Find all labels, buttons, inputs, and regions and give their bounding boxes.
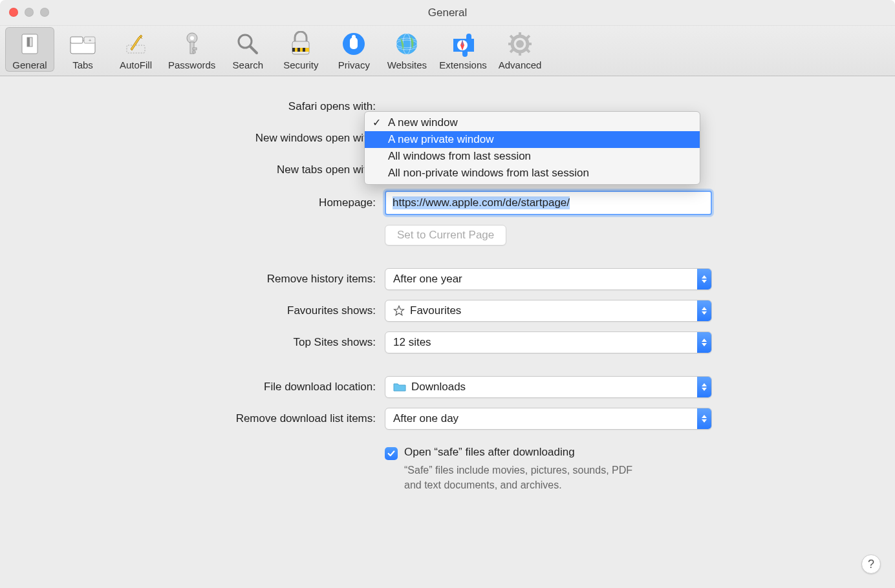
select-file-download-location[interactable]: Downloads xyxy=(385,376,712,398)
svg-line-14 xyxy=(250,47,257,53)
chevron-updown-icon xyxy=(697,332,711,353)
advanced-icon xyxy=(506,30,534,58)
tab-security-label: Security xyxy=(283,59,318,70)
tab-websites[interactable]: Websites xyxy=(382,27,431,72)
label-safari-opens-with: Safari opens with: xyxy=(26,100,385,113)
tab-advanced-label: Advanced xyxy=(499,59,542,70)
star-icon xyxy=(393,305,405,317)
checkbox-open-safe-files[interactable] xyxy=(385,447,398,460)
dropdown-option-new-window[interactable]: A new window xyxy=(365,114,700,131)
preferences-toolbar: General + Tabs AutoFill Passwords Search xyxy=(0,26,895,76)
label-remove-history: Remove history items: xyxy=(26,273,385,286)
svg-point-9 xyxy=(190,36,194,40)
websites-icon xyxy=(393,30,421,58)
svg-rect-11 xyxy=(193,48,197,50)
tab-extensions[interactable]: Extensions xyxy=(435,27,490,72)
extensions-icon xyxy=(449,30,477,58)
search-icon xyxy=(233,30,262,58)
chevron-updown-icon xyxy=(697,269,711,289)
tab-security[interactable]: Security xyxy=(276,27,325,72)
close-window-button[interactable] xyxy=(9,8,18,17)
tab-general[interactable]: General xyxy=(5,27,54,72)
privacy-icon xyxy=(340,30,368,58)
svg-rect-22 xyxy=(352,35,356,40)
window-title: General xyxy=(428,6,467,19)
select-remove-history[interactable]: After one year xyxy=(385,268,712,290)
svg-rect-2 xyxy=(27,37,30,47)
tab-tabs[interactable]: + Tabs xyxy=(58,27,107,72)
svg-point-27 xyxy=(516,40,524,48)
general-icon xyxy=(16,30,44,58)
select-top-sites-shows-value: 12 sites xyxy=(393,336,431,349)
tab-websites-label: Websites xyxy=(387,59,427,70)
label-favourites-shows: Favourites shows: xyxy=(26,304,385,317)
autofill-icon xyxy=(122,30,150,58)
svg-rect-18 xyxy=(297,48,300,52)
label-remove-download-list: Remove download list items: xyxy=(26,412,385,425)
tab-search-label: Search xyxy=(233,59,264,70)
label-file-download-location: File download location: xyxy=(26,381,385,394)
select-remove-download-list-value: After one day xyxy=(393,412,458,425)
svg-rect-7 xyxy=(127,45,145,53)
select-remove-history-value: After one year xyxy=(393,273,462,286)
svg-rect-19 xyxy=(303,48,305,52)
select-remove-download-list[interactable]: After one day xyxy=(385,408,712,430)
svg-rect-12 xyxy=(193,51,195,53)
folder-icon xyxy=(393,382,406,392)
label-homepage: Homepage: xyxy=(26,196,385,209)
select-favourites-shows[interactable]: Favourites xyxy=(385,300,712,322)
tab-autofill[interactable]: AutoFill xyxy=(111,27,160,72)
tab-advanced[interactable]: Advanced xyxy=(495,27,546,72)
dropdown-safari-opens-with: A new window A new private window All wi… xyxy=(364,111,700,185)
security-icon xyxy=(286,30,315,58)
label-open-safe-files: Open “safe” files after downloading xyxy=(404,446,650,459)
dropdown-option-all-windows-last-session[interactable]: All windows from last session xyxy=(365,148,700,165)
tab-tabs-label: Tabs xyxy=(72,59,93,70)
tab-passwords[interactable]: Passwords xyxy=(164,27,219,72)
help-button[interactable]: ? xyxy=(861,554,881,574)
chevron-updown-icon xyxy=(697,300,711,321)
svg-rect-17 xyxy=(292,48,295,52)
tab-search[interactable]: Search xyxy=(223,27,272,72)
select-file-download-location-value: Downloads xyxy=(411,381,466,394)
label-new-windows-open-with: New windows open with: xyxy=(26,132,385,145)
label-new-tabs-open-with: New tabs open with: xyxy=(26,163,385,176)
button-set-current-page[interactable]: Set to Current Page xyxy=(385,225,506,246)
svg-text:+: + xyxy=(89,37,92,43)
svg-point-23 xyxy=(396,34,417,54)
titlebar: General xyxy=(0,0,895,26)
minimize-window-button[interactable] xyxy=(25,8,34,17)
window-controls xyxy=(9,8,49,17)
select-top-sites-shows[interactable]: 12 sites xyxy=(385,331,712,353)
tab-privacy[interactable]: Privacy xyxy=(329,27,378,72)
desc-safe-files: “Safe” files include movies, pictures, s… xyxy=(404,463,650,492)
tab-general-label: General xyxy=(12,59,47,70)
zoom-window-button[interactable] xyxy=(40,8,49,17)
tab-autofill-label: AutoFill xyxy=(120,59,152,70)
preferences-window: General General + Tabs AutoFill Password… xyxy=(0,0,895,588)
dropdown-option-new-private-window[interactable]: A new private window xyxy=(365,131,700,148)
tabs-icon: + xyxy=(69,30,97,58)
tab-passwords-label: Passwords xyxy=(168,59,215,70)
label-top-sites-shows: Top Sites shows: xyxy=(26,336,385,349)
input-homepage[interactable] xyxy=(385,191,712,215)
chevron-updown-icon xyxy=(697,377,711,397)
passwords-icon xyxy=(178,30,206,58)
svg-rect-4 xyxy=(70,37,83,43)
select-favourites-shows-value: Favourites xyxy=(410,304,461,317)
chevron-updown-icon xyxy=(697,408,711,429)
tab-privacy-label: Privacy xyxy=(338,59,370,70)
tab-extensions-label: Extensions xyxy=(439,59,486,70)
dropdown-option-all-non-private-windows-last-session[interactable]: All non-private windows from last sessio… xyxy=(365,165,700,182)
